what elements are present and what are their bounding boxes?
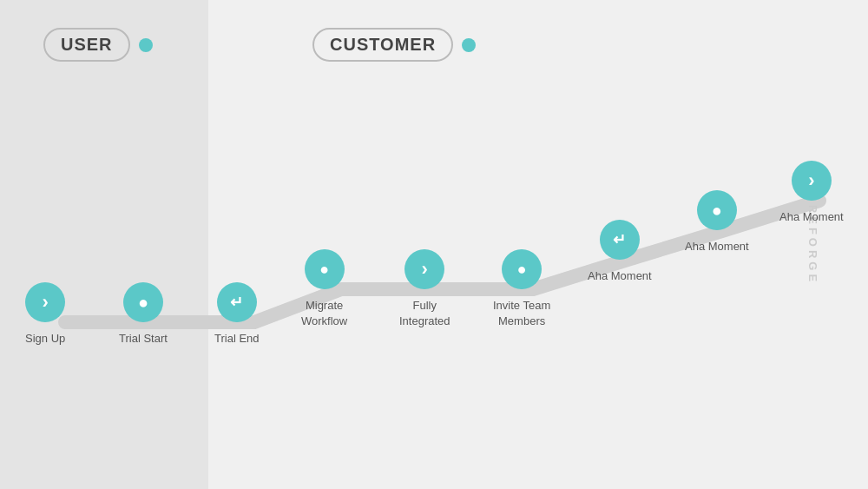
node-label-invite-team-members: Invite TeamMembers — [493, 298, 550, 329]
node-circle-invite-team-members[interactable]: ● — [502, 249, 542, 289]
node-circle-trial-end[interactable]: ↵ — [217, 282, 257, 322]
node-circle-aha-moment-1[interactable]: ↵ — [600, 220, 640, 260]
node-sign-up: › Sign Up — [25, 282, 65, 347]
node-aha-moment-1: ↵ Aha Moment — [588, 220, 652, 284]
node-label-aha-moment-2: Aha Moment — [685, 239, 749, 254]
node-label-aha-moment-1: Aha Moment — [588, 268, 652, 284]
node-circle-sign-up[interactable]: › — [25, 282, 65, 322]
node-circle-fully-integrated[interactable]: › — [404, 249, 444, 289]
node-trial-start: ● Trial Start — [119, 282, 168, 347]
node-label-aha-moment-3: Aha Moment — [779, 209, 844, 225]
node-trial-end: ↵ Trial End — [214, 282, 260, 347]
node-circle-migrate-workflow[interactable]: ● — [305, 249, 345, 289]
node-label-sign-up: Sign Up — [25, 331, 65, 347]
node-migrate-workflow: ● MigrateWorkflow — [301, 249, 347, 329]
node-circle-trial-start[interactable]: ● — [123, 282, 163, 322]
node-fully-integrated: › FullyIntegrated — [399, 249, 450, 329]
node-label-trial-end: Trial End — [214, 331, 260, 347]
node-aha-moment-3: › Aha Moment — [779, 161, 844, 225]
node-circle-aha-moment-2[interactable]: ● — [697, 190, 737, 230]
node-label-trial-start: Trial Start — [119, 331, 168, 347]
node-aha-moment-2: ● Aha Moment — [685, 190, 749, 254]
node-invite-team-members: ● Invite TeamMembers — [493, 249, 550, 329]
node-label-fully-integrated: FullyIntegrated — [399, 298, 450, 329]
node-label-migrate-workflow: MigrateWorkflow — [301, 298, 347, 329]
node-circle-aha-moment-3[interactable]: › — [792, 161, 832, 201]
